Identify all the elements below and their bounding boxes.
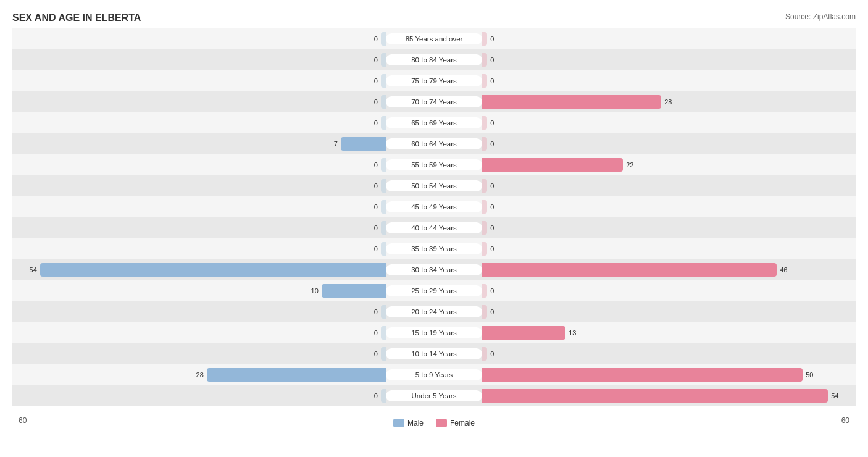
chart-row: 0 45 to 49 Years 0 bbox=[12, 196, 856, 217]
left-bar-container: 0 bbox=[12, 116, 386, 130]
age-label: 55 to 59 Years bbox=[386, 159, 482, 170]
age-label: 65 to 69 Years bbox=[386, 117, 482, 128]
right-bar-container: 0 bbox=[482, 179, 856, 193]
left-bar-container: 0 bbox=[12, 221, 386, 235]
male-bar bbox=[381, 116, 386, 130]
right-bar-container: 0 bbox=[482, 137, 856, 151]
right-bar-container: 54 bbox=[482, 389, 856, 403]
male-bar bbox=[207, 368, 386, 382]
male-value: 0 bbox=[365, 77, 378, 85]
male-bar bbox=[381, 74, 386, 88]
chart-title: SEX AND AGE IN ELBERTA bbox=[12, 12, 856, 23]
female-value: 0 bbox=[490, 182, 503, 190]
right-bar-container: 22 bbox=[482, 158, 856, 172]
chart-row: 0 50 to 54 Years 0 bbox=[12, 175, 856, 196]
male-bar bbox=[40, 263, 386, 277]
left-bar-container: 0 bbox=[12, 53, 386, 67]
chart-row: 0 80 to 84 Years 0 bbox=[12, 49, 856, 70]
age-label: 40 to 44 Years bbox=[386, 222, 482, 233]
left-bar-container: 0 bbox=[12, 389, 386, 403]
left-bar-container: 0 bbox=[12, 305, 386, 319]
male-bar bbox=[381, 221, 386, 235]
right-bar-container: 28 bbox=[482, 95, 856, 109]
female-value: 0 bbox=[490, 224, 503, 232]
male-bar bbox=[381, 200, 386, 214]
left-bar-container: 0 bbox=[12, 200, 386, 214]
female-bar bbox=[482, 179, 487, 193]
right-bar-container: 0 bbox=[482, 284, 856, 298]
chart-row: 0 15 to 19 Years 13 bbox=[12, 322, 856, 343]
male-bar bbox=[381, 95, 386, 109]
left-bar-container: 0 bbox=[12, 158, 386, 172]
chart-row: 0 75 to 79 Years 0 bbox=[12, 70, 856, 91]
left-bar-container: 0 bbox=[12, 347, 386, 361]
chart-row: 7 60 to 64 Years 0 bbox=[12, 133, 856, 154]
female-bar bbox=[482, 221, 487, 235]
female-value: 0 bbox=[490, 140, 503, 148]
chart-area: 0 85 Years and over 0 0 80 to 84 Years 0 bbox=[12, 28, 856, 411]
chart-row: 0 35 to 39 Years 0 bbox=[12, 238, 856, 259]
male-value: 0 bbox=[365, 98, 378, 106]
age-label: 45 to 49 Years bbox=[386, 201, 482, 212]
male-value: 0 bbox=[365, 35, 378, 43]
right-bar-container: 0 bbox=[482, 53, 856, 67]
female-bar bbox=[482, 158, 623, 172]
chart-row: 0 85 Years and over 0 bbox=[12, 28, 856, 49]
female-bar bbox=[482, 242, 487, 256]
male-value: 7 bbox=[325, 140, 338, 148]
legend-male: Male bbox=[393, 419, 424, 427]
male-value: 28 bbox=[191, 371, 204, 379]
age-label: Under 5 Years bbox=[386, 390, 482, 401]
age-label: 35 to 39 Years bbox=[386, 243, 482, 254]
age-label: 25 to 29 Years bbox=[386, 285, 482, 296]
chart-row: 0 20 to 24 Years 0 bbox=[12, 301, 856, 322]
right-bar-container: 0 bbox=[482, 305, 856, 319]
female-value: 0 bbox=[490, 287, 503, 295]
age-label: 85 Years and over bbox=[386, 33, 482, 44]
female-value: 0 bbox=[490, 203, 503, 211]
chart-row: 28 5 to 9 Years 50 bbox=[12, 364, 856, 385]
female-value: 0 bbox=[490, 56, 503, 64]
male-value: 0 bbox=[365, 161, 378, 169]
male-value: 0 bbox=[365, 182, 378, 190]
legend-female-icon bbox=[436, 419, 447, 427]
age-label: 20 to 24 Years bbox=[386, 306, 482, 317]
female-value: 22 bbox=[626, 161, 638, 169]
male-bar bbox=[381, 32, 386, 46]
right-bar-container: 0 bbox=[482, 221, 856, 235]
age-label: 30 to 34 Years bbox=[386, 264, 482, 275]
right-bar-container: 0 bbox=[482, 116, 856, 130]
female-value: 0 bbox=[490, 245, 503, 253]
right-bar-container: 0 bbox=[482, 347, 856, 361]
left-bar-container: 0 bbox=[12, 95, 386, 109]
right-bar-container: 50 bbox=[482, 368, 856, 382]
male-bar bbox=[322, 284, 386, 298]
legend-female: Female bbox=[436, 419, 475, 427]
right-bar-container: 0 bbox=[482, 74, 856, 88]
female-bar bbox=[482, 116, 487, 130]
chart-row: 0 65 to 69 Years 0 bbox=[12, 112, 856, 133]
chart-row: 54 30 to 34 Years 46 bbox=[12, 259, 856, 280]
left-bar-container: 54 bbox=[12, 263, 386, 277]
legend-male-label: Male bbox=[407, 419, 424, 427]
male-value: 54 bbox=[25, 266, 37, 274]
male-bar bbox=[381, 242, 386, 256]
chart-row: 0 40 to 44 Years 0 bbox=[12, 217, 856, 238]
male-value: 10 bbox=[306, 287, 319, 295]
axis-right-label: 60 bbox=[831, 416, 849, 425]
chart-container: SEX AND AGE IN ELBERTA Source: ZipAtlas.… bbox=[0, 0, 868, 457]
male-bar bbox=[381, 53, 386, 67]
chart-row: 0 70 to 74 Years 28 bbox=[12, 91, 856, 112]
female-bar bbox=[482, 347, 487, 361]
female-bar bbox=[482, 326, 565, 340]
age-label: 50 to 54 Years bbox=[386, 180, 482, 191]
male-value: 0 bbox=[365, 56, 378, 64]
male-bar bbox=[381, 305, 386, 319]
male-value: 0 bbox=[365, 329, 378, 337]
female-bar bbox=[482, 284, 487, 298]
male-value: 0 bbox=[365, 119, 378, 127]
right-bar-container: 13 bbox=[482, 326, 856, 340]
male-value: 0 bbox=[365, 245, 378, 253]
male-value: 0 bbox=[365, 224, 378, 232]
female-value: 0 bbox=[490, 35, 503, 43]
